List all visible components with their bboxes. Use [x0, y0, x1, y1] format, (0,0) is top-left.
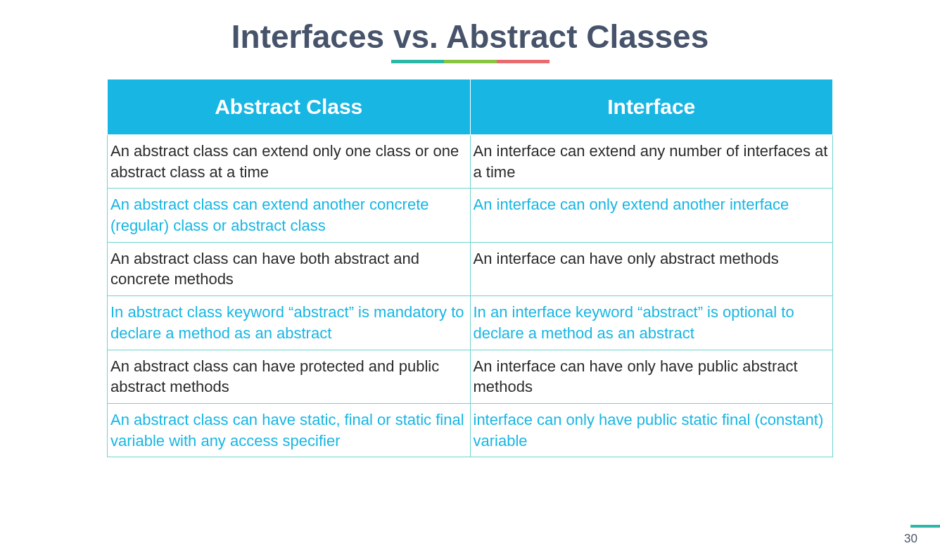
slide-title: Interfaces vs. Abstract Classes — [77, 18, 863, 56]
underline-red — [497, 60, 550, 63]
cell-abstract: An abstract class can extend only one cl… — [108, 135, 471, 189]
table-row: In abstract class keyword “abstract” is … — [108, 296, 833, 350]
title-underline — [77, 60, 863, 63]
underline-teal — [391, 60, 444, 63]
cell-interface: An interface can only extend another int… — [470, 189, 833, 242]
cell-interface: interface can only have public static fi… — [470, 403, 833, 457]
page-number-accent — [910, 525, 940, 528]
table-row: An abstract class can have static, final… — [108, 403, 833, 457]
cell-abstract: An abstract class can have both abstract… — [108, 242, 471, 295]
cell-interface: In an interface keyword “abstract” is op… — [470, 296, 833, 350]
table-row: An abstract class can extend only one cl… — [108, 135, 833, 189]
cell-abstract: An abstract class can extend another con… — [108, 189, 471, 242]
table-row: An abstract class can extend another con… — [108, 189, 833, 242]
table-header-row: Abstract Class Interface — [108, 79, 833, 135]
cell-abstract: An abstract class can have protected and… — [108, 350, 471, 403]
slide-container: Interfaces vs. Abstract Classes Abstract… — [0, 0, 940, 560]
table-row: An abstract class can have both abstract… — [108, 242, 833, 295]
cell-abstract: An abstract class can have static, final… — [108, 403, 471, 457]
cell-interface: An interface can have only have public a… — [470, 350, 833, 403]
table-row: An abstract class can have protected and… — [108, 350, 833, 403]
header-abstract-class: Abstract Class — [108, 79, 471, 135]
cell-abstract: In abstract class keyword “abstract” is … — [108, 296, 471, 350]
underline-green — [444, 60, 497, 63]
cell-interface: An interface can have only abstract meth… — [470, 242, 833, 295]
comparison-table: Abstract Class Interface An abstract cla… — [107, 79, 833, 457]
page-number: 30 — [904, 532, 917, 546]
header-interface: Interface — [470, 79, 833, 135]
cell-interface: An interface can extend any number of in… — [470, 135, 833, 189]
